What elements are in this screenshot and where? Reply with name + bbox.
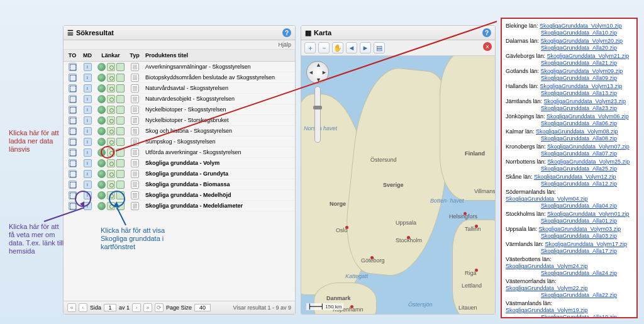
globe-icon[interactable] bbox=[97, 106, 106, 114]
first-page-button[interactable]: « bbox=[67, 303, 76, 312]
map-canvas[interactable]: Norska havet Sverige Norge Finland Danma… bbox=[301, 56, 495, 314]
help-icon[interactable]: ? bbox=[282, 28, 291, 37]
alla-link[interactable]: SkogligaGrunddata_Alla20.zip bbox=[541, 45, 617, 51]
download-icon[interactable] bbox=[116, 84, 125, 92]
link-icon[interactable] bbox=[107, 202, 115, 210]
volym-link[interactable]: SkogligaGrunddata_Volym21.zip bbox=[547, 53, 630, 59]
alla-link[interactable]: SkogligaGrunddata_Alla12.zip bbox=[541, 181, 617, 187]
extent-icon[interactable] bbox=[69, 127, 77, 135]
extent-icon[interactable] bbox=[69, 159, 77, 167]
download-icon[interactable] bbox=[116, 202, 125, 210]
help-label[interactable]: Hjälp bbox=[64, 40, 295, 50]
page-input[interactable] bbox=[104, 304, 116, 311]
download-icon[interactable] bbox=[116, 181, 125, 189]
download-icon[interactable] bbox=[116, 95, 125, 103]
metadata-icon[interactable]: i bbox=[84, 127, 92, 135]
volym-link[interactable]: SkogligaGrunddata_Volym07.zip bbox=[547, 143, 630, 150]
volym-link[interactable]: SkogligaGrunddata_Volym04.zip bbox=[506, 196, 588, 202]
zoom-in-icon[interactable]: ＋ bbox=[304, 42, 316, 53]
table-row[interactable]: iSkogliga grunddata - Biomassa bbox=[64, 179, 295, 190]
metadata-icon[interactable]: i bbox=[84, 159, 92, 167]
globe-icon[interactable] bbox=[97, 95, 106, 103]
zoom-out-icon[interactable]: － bbox=[318, 42, 330, 53]
link-icon[interactable] bbox=[107, 63, 115, 71]
table-row[interactable]: iSkogliga grunddata - Medelhöjd bbox=[64, 190, 295, 201]
table-row[interactable]: iNaturvårdsavtal - Skogsstyrelsen bbox=[64, 83, 295, 94]
link-icon[interactable] bbox=[107, 84, 115, 92]
volym-link[interactable]: SkogligaGrunddata_Volym08.zip bbox=[536, 128, 618, 135]
table-row[interactable]: iSkogliga grunddata - Grundyta bbox=[64, 169, 295, 179]
alla-link[interactable]: SkogligaGrunddata_Alla19.zip bbox=[541, 314, 617, 318]
download-icon[interactable] bbox=[116, 191, 125, 199]
table-row[interactable]: iNaturvärdesobjekt - Skogsstyrelsen bbox=[64, 94, 295, 104]
download-icon[interactable] bbox=[116, 148, 125, 157]
globe-icon[interactable] bbox=[97, 170, 106, 178]
pagesize-input[interactable] bbox=[194, 304, 211, 311]
download-icon[interactable] bbox=[116, 170, 125, 178]
globe-icon[interactable] bbox=[97, 63, 106, 71]
volym-link[interactable]: SkogligaGrunddata_Volym22.zip bbox=[506, 285, 588, 291]
metadata-icon[interactable]: i bbox=[84, 138, 92, 146]
metadata-icon[interactable]: i bbox=[84, 74, 92, 82]
extent-icon[interactable] bbox=[69, 202, 77, 210]
alla-link[interactable]: SkogligaGrunddata_Alla09.zip bbox=[541, 75, 617, 81]
extent-icon[interactable] bbox=[69, 138, 77, 146]
link-icon[interactable] bbox=[107, 95, 115, 103]
globe-icon[interactable] bbox=[97, 181, 106, 189]
prev-page-button[interactable]: ‹ bbox=[79, 303, 87, 312]
table-row[interactable]: iAvverkningsanmälningar - Skogsstyrelsen bbox=[64, 62, 295, 72]
alla-link[interactable]: SkogligaGrunddata_Alla24.zip bbox=[541, 270, 617, 276]
close-icon[interactable]: × bbox=[483, 42, 492, 51]
help-icon[interactable]: ? bbox=[482, 28, 491, 37]
alla-link[interactable]: SkogligaGrunddata_Alla04.zip bbox=[541, 203, 617, 209]
alla-link[interactable]: SkogligaGrunddata_Alla25.zip bbox=[541, 165, 617, 172]
table-row[interactable]: iSumpskog - Skogsstyrelsen bbox=[64, 137, 295, 147]
volym-link[interactable]: SkogligaGrunddata_Volym01.zip bbox=[547, 211, 630, 217]
globe-icon[interactable] bbox=[97, 74, 106, 82]
extent-icon[interactable] bbox=[69, 106, 77, 114]
volym-link[interactable]: SkogligaGrunddata_Volym25.zip bbox=[548, 159, 630, 165]
globe-icon[interactable] bbox=[97, 84, 106, 92]
volym-link[interactable]: SkogligaGrunddata_Volym17.zip bbox=[545, 241, 628, 247]
link-icon[interactable] bbox=[107, 127, 115, 135]
metadata-icon[interactable]: i bbox=[84, 84, 92, 92]
volym-link[interactable]: SkogligaGrunddata_Volym09.zip bbox=[541, 68, 623, 74]
download-icon[interactable] bbox=[116, 127, 125, 135]
refresh-button[interactable]: ⟳ bbox=[155, 303, 164, 312]
extent-icon[interactable] bbox=[69, 170, 77, 178]
download-icon[interactable] bbox=[116, 74, 125, 82]
download-icon[interactable] bbox=[116, 159, 125, 167]
layers-icon[interactable]: ▤ bbox=[374, 42, 385, 53]
link-icon[interactable] bbox=[107, 181, 115, 189]
zoom-slider[interactable] bbox=[314, 86, 321, 143]
download-icon[interactable] bbox=[116, 138, 125, 146]
volym-link[interactable]: SkogligaGrunddata_Volym23.zip bbox=[544, 98, 626, 104]
hand-icon[interactable]: ✋ bbox=[332, 42, 343, 53]
link-icon[interactable] bbox=[107, 138, 115, 146]
metadata-icon[interactable]: i bbox=[84, 63, 92, 71]
globe-icon[interactable] bbox=[97, 202, 106, 210]
volym-link[interactable]: SkogligaGrunddata_Volym13.zip bbox=[540, 83, 623, 89]
table-row[interactable]: iSkogliga grunddata - Medeldiameter bbox=[64, 201, 295, 211]
globe-icon[interactable] bbox=[97, 191, 106, 199]
volym-link[interactable]: SkogligaGrunddata_Volym19.zip bbox=[506, 307, 588, 313]
volym-link[interactable]: SkogligaGrunddata_Volym24.zip bbox=[506, 263, 588, 269]
table-row[interactable]: iUtförda avverkningar - Skogsstyrelsen bbox=[64, 147, 295, 158]
download-icon[interactable] bbox=[116, 106, 125, 114]
table-row[interactable]: iNyckelbiotoper - Storskogsbruket bbox=[64, 115, 295, 126]
globe-icon[interactable] bbox=[97, 159, 106, 167]
alla-link[interactable]: SkogligaGrunddata_Alla06.zip bbox=[541, 120, 617, 126]
fwd-icon[interactable]: ► bbox=[360, 42, 371, 53]
alla-link[interactable]: SkogligaGrunddata_Alla10.zip bbox=[541, 30, 617, 36]
alla-link[interactable]: SkogligaGrunddata_Alla07.zip bbox=[541, 150, 617, 157]
back-icon[interactable]: ◄ bbox=[346, 42, 357, 53]
globe-icon[interactable] bbox=[97, 138, 106, 146]
next-page-button[interactable]: › bbox=[132, 303, 141, 312]
volym-link[interactable]: SkogligaGrunddata_Volym12.zip bbox=[534, 174, 616, 180]
table-row[interactable]: iSkog och historia - Skogsstyrelsen bbox=[64, 126, 295, 137]
download-icon[interactable] bbox=[116, 63, 125, 71]
link-icon[interactable] bbox=[107, 159, 115, 167]
extent-icon[interactable] bbox=[69, 148, 77, 157]
extent-icon[interactable] bbox=[69, 116, 77, 125]
volym-link[interactable]: SkogligaGrunddata_Volym10.zip bbox=[540, 23, 622, 29]
